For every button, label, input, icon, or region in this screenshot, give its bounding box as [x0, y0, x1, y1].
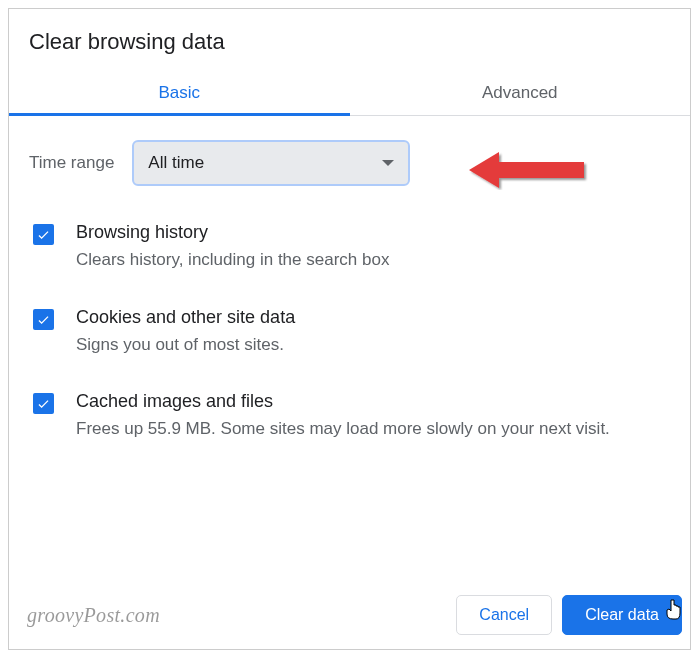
tab-basic-label: Basic [158, 83, 200, 102]
cancel-button[interactable]: Cancel [456, 595, 552, 635]
tab-basic[interactable]: Basic [9, 69, 350, 115]
tab-advanced-label: Advanced [482, 83, 558, 102]
option-title: Browsing history [76, 222, 670, 243]
check-icon [36, 312, 51, 327]
option-cached: Cached images and files Frees up 55.9 MB… [29, 391, 670, 442]
chevron-down-icon [382, 160, 394, 166]
option-title: Cookies and other site data [76, 307, 670, 328]
watermark: groovyPost.com [27, 604, 160, 627]
option-browsing-history: Browsing history Clears history, includi… [29, 222, 670, 273]
dialog-title: Clear browsing data [9, 9, 690, 69]
option-title: Cached images and files [76, 391, 670, 412]
tab-advanced[interactable]: Advanced [350, 69, 691, 115]
timerange-select[interactable]: All time [132, 140, 410, 186]
check-icon [36, 396, 51, 411]
clear-browsing-data-dialog: Clear browsing data Basic Advanced Time … [8, 8, 691, 650]
dialog-content: Time range All time Brow [9, 116, 690, 442]
svg-marker-0 [469, 152, 584, 188]
timerange-label: Time range [29, 153, 114, 173]
annotation-arrow-icon [469, 150, 589, 190]
tab-bar: Basic Advanced [9, 69, 690, 116]
check-icon [36, 227, 51, 242]
checkbox-cached[interactable] [33, 393, 54, 414]
option-text: Browsing history Clears history, includi… [76, 222, 670, 273]
dialog-footer: groovyPost.com Cancel Clear data [27, 595, 682, 635]
timerange-row: Time range All time [29, 140, 670, 186]
checkbox-browsing-history[interactable] [33, 224, 54, 245]
option-text: Cookies and other site data Signs you ou… [76, 307, 670, 358]
option-desc: Signs you out of most sites. [76, 332, 670, 358]
option-cookies: Cookies and other site data Signs you ou… [29, 307, 670, 358]
option-desc: Frees up 55.9 MB. Some sites may load mo… [76, 416, 670, 442]
option-text: Cached images and files Frees up 55.9 MB… [76, 391, 670, 442]
checkbox-cookies[interactable] [33, 309, 54, 330]
pointer-cursor-icon [664, 599, 684, 623]
button-row: Cancel Clear data [456, 595, 682, 635]
option-desc: Clears history, including in the search … [76, 247, 670, 273]
timerange-value: All time [148, 153, 204, 173]
